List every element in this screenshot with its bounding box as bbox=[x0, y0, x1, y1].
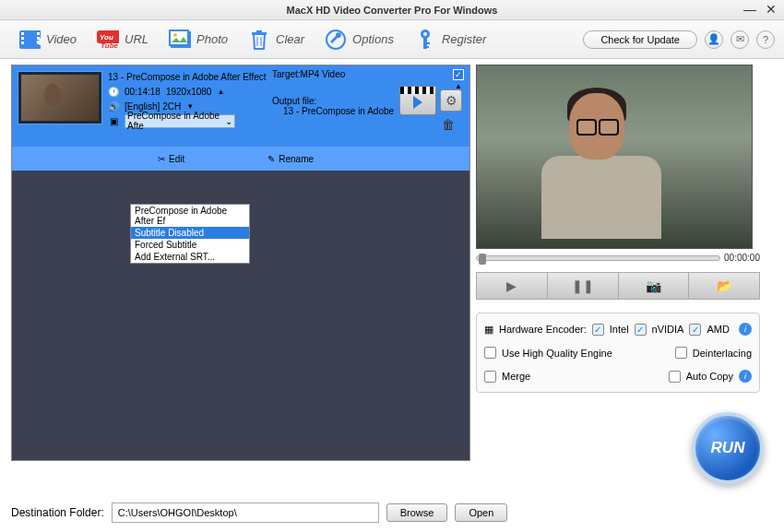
output-file: 13 - PreCompose in Adobe bbox=[283, 106, 394, 116]
minimize-icon[interactable]: — bbox=[743, 2, 756, 17]
settings-button[interactable]: ⚙ bbox=[440, 89, 462, 112]
run-label: RUN bbox=[711, 439, 745, 457]
mail-icon[interactable]: ✉ bbox=[731, 30, 749, 49]
encoder-panel: ▦ Hardware Encoder: ✓ Intel ✓ nVIDIA ✓ A… bbox=[476, 313, 760, 393]
target-format: Target:MP4 Video bbox=[272, 69, 394, 79]
photo-button[interactable]: Photo bbox=[160, 25, 237, 54]
svg-rect-1 bbox=[21, 32, 24, 35]
toolbar-label: Options bbox=[352, 32, 394, 46]
video-list: 13 - PreCompose in Adobe After Effect 🕐 … bbox=[11, 65, 470, 461]
toolbar-label: Photo bbox=[196, 32, 228, 46]
autocopy-checkbox[interactable] bbox=[669, 371, 681, 383]
video-thumbnail[interactable] bbox=[18, 71, 102, 124]
subtitle-option[interactable]: Forced Subtitle bbox=[131, 239, 249, 251]
register-button[interactable]: Register bbox=[405, 25, 495, 54]
svg-text:Tube: Tube bbox=[101, 41, 119, 49]
film-icon: + bbox=[18, 29, 41, 51]
intel-label: Intel bbox=[610, 324, 629, 335]
subtitle-option[interactable]: PreCompose in Adobe After Ef bbox=[131, 205, 249, 227]
svg-rect-22 bbox=[423, 42, 430, 44]
rename-button[interactable]: ✎ Rename bbox=[267, 154, 314, 164]
video-item[interactable]: 13 - PreCompose in Adobe After Effect 🕐 … bbox=[12, 65, 469, 147]
delete-item-button[interactable]: 🗑 bbox=[442, 117, 460, 136]
subtitle-icon: ▣ bbox=[108, 116, 119, 126]
nvidia-label: nVIDIA bbox=[652, 324, 684, 335]
item-checkbox[interactable]: ✓ bbox=[453, 69, 464, 80]
svg-rect-2 bbox=[21, 37, 24, 40]
info-icon[interactable]: i bbox=[739, 370, 752, 383]
preview-image bbox=[477, 65, 752, 248]
check-update-button[interactable]: Check for Update bbox=[583, 30, 697, 49]
info-icon[interactable]: i bbox=[739, 323, 752, 336]
playback-controls: ▶ ❚❚ 📷 📂 bbox=[476, 272, 760, 300]
subtitle-option[interactable]: Add External SRT... bbox=[131, 251, 249, 263]
subtitle-select[interactable]: PreCompose in Adobe Afte ⌄ bbox=[125, 114, 235, 128]
snapshot-button[interactable]: 📷 bbox=[619, 272, 690, 300]
hq-checkbox[interactable] bbox=[484, 347, 496, 359]
dest-input[interactable] bbox=[112, 502, 379, 523]
dest-label: Destination Folder: bbox=[11, 506, 104, 519]
timeline-slider[interactable] bbox=[476, 255, 720, 261]
profile-icon[interactable]: 👤 bbox=[705, 30, 723, 49]
open-button[interactable]: Open bbox=[455, 503, 507, 522]
deint-checkbox[interactable] bbox=[675, 347, 687, 359]
preview-button[interactable] bbox=[399, 86, 436, 115]
svg-point-20 bbox=[423, 32, 427, 36]
video-title: 13 - PreCompose in Adobe After Effect bbox=[108, 72, 267, 82]
toolbar-label: Video bbox=[46, 32, 77, 46]
svg-text:+: + bbox=[36, 34, 41, 49]
action-label: Edit bbox=[169, 154, 184, 164]
speaker-icon: 🔊 bbox=[108, 101, 119, 112]
url-button[interactable]: YouTube URL bbox=[88, 25, 158, 54]
clear-button[interactable]: Clear bbox=[239, 25, 314, 54]
svg-rect-3 bbox=[21, 41, 24, 44]
pause-button[interactable]: ❚❚ bbox=[548, 272, 619, 300]
svg-point-13 bbox=[173, 33, 177, 37]
browse-button[interactable]: Browse bbox=[386, 503, 448, 522]
options-button[interactable]: Options bbox=[315, 25, 403, 54]
chip-icon: ▦ bbox=[484, 324, 493, 336]
pencil-icon: ✎ bbox=[267, 154, 275, 164]
duration: 00:14:18 bbox=[125, 87, 160, 97]
title-bar: MacX HD Video Converter Pro For Windows … bbox=[0, 0, 784, 20]
wrench-icon bbox=[325, 29, 347, 51]
timecode: 00:00:00 bbox=[724, 253, 760, 263]
merge-label: Merge bbox=[502, 371, 530, 382]
edit-button[interactable]: ✂ Edit bbox=[158, 154, 184, 164]
subtitle-option[interactable]: Subtitle Disabled bbox=[131, 227, 249, 239]
item-actions: ✂ Edit ✎ Rename bbox=[12, 147, 469, 171]
amd-label: AMD bbox=[707, 324, 729, 335]
close-icon[interactable]: ✕ bbox=[766, 2, 777, 17]
youtube-icon: YouTube bbox=[97, 29, 119, 51]
app-title: MacX HD Video Converter Pro For Windows bbox=[287, 5, 498, 16]
output-label: Output file: bbox=[272, 96, 394, 106]
run-button[interactable]: RUN bbox=[692, 412, 764, 484]
down-arrow-icon[interactable]: ▼ bbox=[186, 102, 196, 111]
help-icon[interactable]: ? bbox=[756, 30, 775, 49]
toolbar-label: Clear bbox=[276, 32, 304, 46]
toolbar-label: Register bbox=[442, 32, 486, 46]
svg-text:You: You bbox=[100, 33, 113, 41]
up-arrow-icon[interactable]: ▲ bbox=[217, 88, 226, 96]
merge-checkbox[interactable] bbox=[484, 371, 496, 383]
photo-icon bbox=[169, 29, 191, 51]
scissors-icon: ✂ bbox=[158, 154, 165, 164]
hq-label: Use High Quality Engine bbox=[502, 348, 612, 359]
subtitle-value: PreCompose in Adobe Afte bbox=[127, 111, 225, 131]
main-toolbar: + Video YouTube URL Photo Clear Options … bbox=[0, 20, 784, 59]
amd-checkbox[interactable]: ✓ bbox=[689, 324, 701, 336]
preview-pane bbox=[476, 65, 753, 249]
autocopy-label: Auto Copy bbox=[686, 371, 733, 382]
play-button[interactable]: ▶ bbox=[476, 272, 548, 300]
nvidia-checkbox[interactable]: ✓ bbox=[635, 324, 647, 336]
intel-checkbox[interactable]: ✓ bbox=[592, 324, 604, 336]
svg-rect-15 bbox=[256, 30, 262, 33]
subtitle-dropdown[interactable]: PreCompose in Adobe After Ef Subtitle Di… bbox=[130, 204, 250, 264]
destination-bar: Destination Folder: Browse Open bbox=[11, 502, 507, 523]
svg-rect-12 bbox=[170, 30, 188, 45]
hw-encoder-label: Hardware Encoder: bbox=[499, 324, 587, 335]
key-icon bbox=[414, 29, 436, 51]
resolution: 1920x1080 bbox=[166, 87, 212, 97]
folder-button[interactable]: 📂 bbox=[689, 272, 760, 300]
video-button[interactable]: + Video bbox=[9, 25, 86, 54]
